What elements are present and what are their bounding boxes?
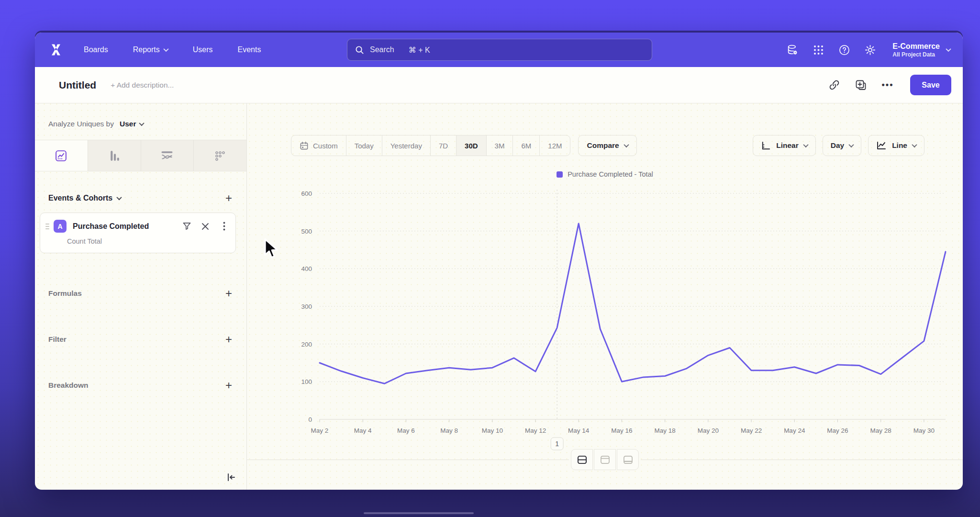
x-axis-tick: May 10: [482, 427, 503, 434]
analyze-uniques-label: Analyze Uniques by: [48, 120, 114, 128]
formulas-label: Formulas: [48, 289, 82, 298]
panel-bottom-layout-button[interactable]: [617, 449, 639, 470]
x-axis-tick: May 22: [741, 427, 762, 434]
duplicate-icon[interactable]: [855, 79, 867, 91]
data-management-icon[interactable]: [786, 44, 799, 56]
split-horizontal-layout-button[interactable]: [571, 449, 593, 470]
apps-grid-icon[interactable]: [812, 44, 824, 56]
interval-dropdown[interactable]: Day: [823, 135, 861, 156]
chevron-down-icon: [117, 195, 122, 200]
add-description-field[interactable]: + Add description...: [111, 81, 174, 90]
range-7d[interactable]: 7D: [431, 135, 457, 156]
top-navbar: BoardsReportsUsersEvents Search ⌘ + K: [35, 33, 963, 67]
annotation-badge-label: 1: [555, 440, 559, 448]
tab-insights[interactable]: [35, 140, 88, 171]
add-breakdown-button[interactable]: +: [225, 380, 232, 391]
search-shortcut: ⌘ + K: [409, 45, 430, 55]
x-axis-tick: May 4: [354, 427, 372, 434]
nav-item-boards[interactable]: Boards: [84, 45, 108, 54]
compare-dropdown[interactable]: Compare: [578, 135, 636, 156]
y-axis-tick: 500: [301, 228, 312, 235]
event-name[interactable]: Purchase Completed: [73, 222, 182, 231]
scale-dropdown[interactable]: Linear: [753, 135, 816, 156]
panel-top-layout-button[interactable]: [594, 449, 616, 470]
x-axis-tick: May 20: [698, 427, 719, 434]
y-axis-tick: 300: [301, 303, 312, 310]
project-subtitle: All Project Data: [892, 51, 935, 58]
range-yesterday[interactable]: Yesterday: [382, 135, 431, 156]
settings-gear-icon[interactable]: [864, 44, 876, 56]
x-axis-tick: May 28: [870, 427, 891, 434]
range-custom[interactable]: Custom: [291, 135, 346, 156]
add-filter-button[interactable]: +: [225, 334, 232, 345]
range-6m[interactable]: 6M: [513, 135, 540, 156]
events-cohorts-section[interactable]: Events & Cohorts: [48, 194, 121, 202]
chart-toolbar: CustomTodayYesterday7D30D3M6M12M Compare…: [247, 135, 963, 156]
section-filter: Filter+: [35, 334, 246, 345]
add-formulas-button[interactable]: +: [225, 288, 232, 299]
x-axis-tick: May 24: [784, 427, 805, 434]
kebab-menu-icon[interactable]: [219, 222, 229, 231]
analyze-by-dropdown[interactable]: User: [120, 120, 144, 128]
y-axis-tick: 0: [308, 416, 312, 423]
project-switcher[interactable]: E-Commerce All Project Data: [892, 42, 950, 58]
tab-retention[interactable]: [194, 140, 246, 171]
save-button[interactable]: Save: [910, 75, 951, 95]
chevron-down-icon: [912, 142, 917, 147]
search-input[interactable]: Search ⌘ + K: [347, 39, 652, 61]
y-axis-tick: 100: [301, 378, 312, 385]
link-icon[interactable]: [828, 79, 840, 91]
x-axis-tick: May 18: [655, 427, 676, 434]
event-measurement[interactable]: Count Total: [67, 237, 229, 245]
tab-flows[interactable]: [141, 140, 194, 171]
x-axis-tick: May 14: [568, 427, 590, 434]
chart-type-dropdown[interactable]: Line: [868, 135, 924, 156]
breakdown-label: Breakdown: [48, 381, 89, 390]
range-3m[interactable]: 3M: [487, 135, 513, 156]
report-header: Untitled + Add description... ••• Save: [35, 67, 963, 103]
filter-funnel-icon[interactable]: [182, 222, 191, 231]
mixpanel-logo[interactable]: [47, 41, 65, 58]
chevron-down-icon: [163, 46, 168, 52]
x-axis-tick: May 6: [397, 427, 415, 434]
line-chart[interactable]: 0100200300400500600May 2May 4May 6May 8M…: [266, 180, 950, 461]
chevron-down-icon: [803, 142, 808, 147]
chart-panel: CustomTodayYesterday7D30D3M6M12M Compare…: [247, 103, 963, 490]
tab-funnels[interactable]: [88, 140, 141, 171]
section-formulas: Formulas+: [35, 288, 246, 299]
home-indicator-bar: [364, 512, 474, 514]
range-12m[interactable]: 12M: [540, 135, 570, 156]
more-options-button[interactable]: •••: [881, 79, 894, 91]
nav-item-reports[interactable]: Reports: [133, 45, 168, 54]
date-range-group: CustomTodayYesterday7D30D3M6M12M: [291, 135, 570, 156]
section-breakdown: Breakdown+: [35, 380, 246, 391]
calendar-icon: [300, 141, 309, 150]
x-axis-tick: May 30: [913, 427, 935, 434]
y-axis-tick: 600: [301, 190, 312, 197]
x-axis-tick: May 26: [827, 427, 848, 434]
collapse-sidebar-icon[interactable]: [224, 471, 238, 484]
event-card[interactable]: A Purchase Completed Count T: [40, 213, 236, 253]
sidebar-sections: Formulas+Filter+Breakdown+: [35, 288, 246, 391]
range-30d[interactable]: 30D: [457, 135, 487, 156]
x-axis-tick: May 12: [525, 427, 546, 434]
add-event-button[interactable]: +: [225, 192, 232, 204]
legend-label: Purchase Completed - Total: [568, 170, 653, 178]
search-icon: [355, 45, 364, 55]
project-name: E-Commerce: [892, 42, 940, 51]
nav-item-events[interactable]: Events: [238, 45, 261, 54]
line-chart-icon: [876, 140, 887, 151]
nav-item-users[interactable]: Users: [193, 45, 213, 54]
legend-swatch: [557, 171, 563, 178]
range-today[interactable]: Today: [346, 135, 382, 156]
page-title[interactable]: Untitled: [59, 79, 96, 91]
x-axis-tick: May 2: [311, 427, 329, 434]
search-placeholder-label: Search: [370, 45, 394, 54]
report-type-tabs: [35, 140, 246, 171]
drag-handle-icon[interactable]: [44, 224, 51, 229]
help-icon[interactable]: [838, 44, 850, 56]
linear-axis-icon: [761, 141, 771, 151]
x-axis-tick: May 8: [440, 427, 458, 434]
remove-x-icon[interactable]: [200, 222, 210, 231]
series-line[interactable]: [320, 224, 946, 383]
